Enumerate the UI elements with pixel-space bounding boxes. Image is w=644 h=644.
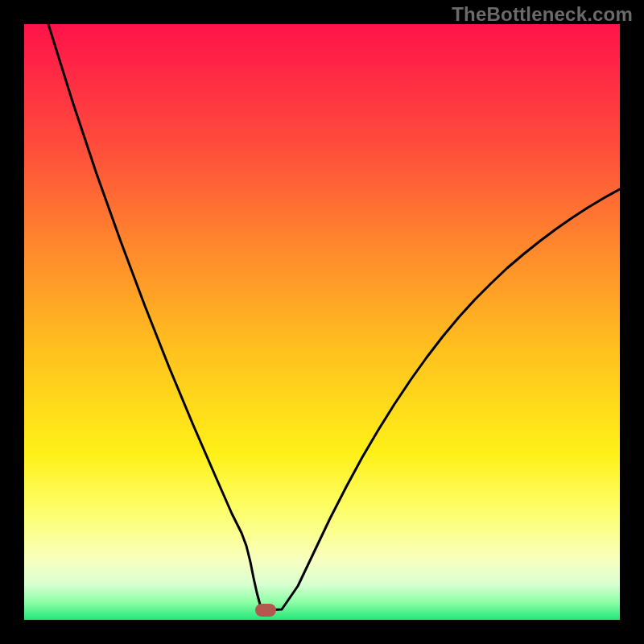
watermark-text: TheBottleneck.com [452, 3, 633, 26]
chart-background-gradient [24, 24, 620, 620]
chart-minimum-marker [255, 604, 276, 617]
chart-plot-area [24, 24, 620, 620]
